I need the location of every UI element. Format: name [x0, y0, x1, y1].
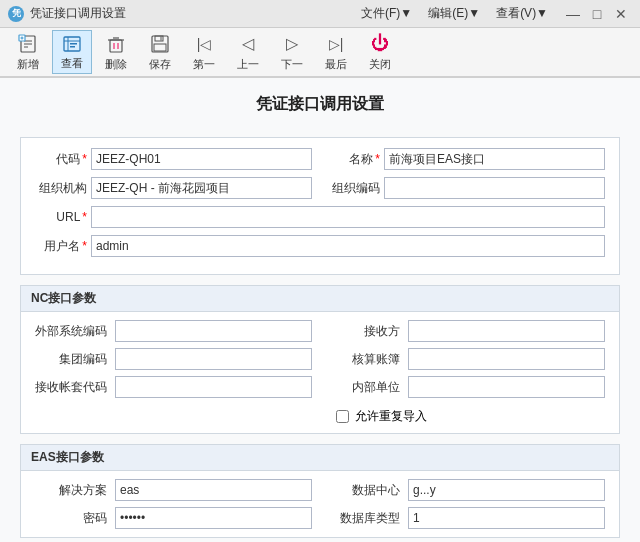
- internal-unit-label: 内部单位: [328, 379, 400, 396]
- nc-section-title: NC接口参数: [21, 286, 619, 312]
- ext-sys-code-label: 外部系统编码: [35, 323, 107, 340]
- view-icon: [61, 33, 83, 54]
- code-input[interactable]: [91, 148, 312, 170]
- first-icon: |◁: [193, 33, 215, 55]
- svg-rect-19: [154, 44, 166, 51]
- db-type-row: 数据库类型: [328, 507, 605, 529]
- window-controls: — □ ✕: [562, 3, 632, 25]
- username-input[interactable]: [91, 235, 605, 257]
- password-label: 密码: [35, 510, 107, 527]
- receiver-input[interactable]: [408, 320, 605, 342]
- eas-section: EAS接口参数 解决方案 数据中心 密码 数据库类型: [20, 444, 620, 538]
- next-icon: ▷: [281, 33, 303, 55]
- internal-unit-row: 内部单位: [328, 376, 605, 398]
- first-button[interactable]: |◁ 第一: [184, 30, 224, 74]
- recv-account-input[interactable]: [115, 376, 312, 398]
- eas-grid: 解决方案 数据中心 密码 数据库类型: [35, 479, 605, 529]
- url-label: URL: [35, 210, 87, 224]
- close-toolbar-icon: ⏻: [369, 33, 391, 55]
- org-row: 组织机构 组织编码: [35, 177, 605, 199]
- main-content: 凭证接口调用设置 代码 名称 组织机构 组织编码: [0, 78, 640, 542]
- first-label: 第一: [193, 57, 215, 72]
- budget-account-row: 核算账簿: [328, 348, 605, 370]
- save-icon: [149, 33, 171, 55]
- code-col: 代码: [35, 148, 312, 170]
- username-label: 用户名: [35, 238, 87, 255]
- password-input[interactable]: [115, 507, 312, 529]
- prev-icon: ◁: [237, 33, 259, 55]
- db-type-label: 数据库类型: [328, 510, 400, 527]
- url-input[interactable]: [91, 206, 605, 228]
- nc-section-body: 外部系统编码 接收方 集团编码 核算账簿: [21, 312, 619, 433]
- receiver-label: 接收方: [328, 323, 400, 340]
- next-button[interactable]: ▷ 下一: [272, 30, 312, 74]
- svg-rect-18: [155, 36, 163, 41]
- last-icon: ▷|: [325, 33, 347, 55]
- receiver-row: 接收方: [328, 320, 605, 342]
- name-col: 名称: [328, 148, 605, 170]
- nc-grid: 外部系统编码 接收方 集团编码 核算账簿: [35, 320, 605, 425]
- datacenter-row: 数据中心: [328, 479, 605, 501]
- password-row: 密码: [35, 507, 312, 529]
- datacenter-input[interactable]: [408, 479, 605, 501]
- org-col: 组织机构: [35, 177, 312, 199]
- view-button[interactable]: 查看: [52, 30, 92, 74]
- menu-edit[interactable]: 编辑(E)▼: [422, 3, 486, 24]
- db-type-input[interactable]: [408, 507, 605, 529]
- allow-reimport-row: 允许重复导入: [328, 408, 605, 425]
- allow-reimport-checkbox[interactable]: [336, 410, 349, 423]
- prev-button[interactable]: ◁ 上一: [228, 30, 268, 74]
- recv-account-label: 接收帐套代码: [35, 379, 107, 396]
- name-label: 名称: [328, 151, 380, 168]
- maximize-button[interactable]: □: [586, 3, 608, 25]
- last-label: 最后: [325, 57, 347, 72]
- next-label: 下一: [281, 57, 303, 72]
- window-title: 凭证接口调用设置: [30, 5, 355, 22]
- solution-row: 解决方案: [35, 479, 312, 501]
- close-toolbar-button[interactable]: ⏻ 关闭: [360, 30, 400, 74]
- toolbar: 新增 查看 删除: [0, 28, 640, 78]
- username-row: 用户名: [35, 235, 605, 257]
- recv-account-row: 接收帐套代码: [35, 376, 312, 398]
- group-code-input[interactable]: [115, 348, 312, 370]
- solution-input[interactable]: [115, 479, 312, 501]
- budget-account-input[interactable]: [408, 348, 605, 370]
- delete-icon: [105, 33, 127, 55]
- ext-sys-code-row: 外部系统编码: [35, 320, 312, 342]
- org-label: 组织机构: [35, 180, 87, 197]
- delete-label: 删除: [105, 57, 127, 72]
- minimize-button[interactable]: —: [562, 3, 584, 25]
- svg-rect-12: [110, 40, 122, 52]
- name-input[interactable]: [384, 148, 605, 170]
- org-code-input[interactable]: [384, 177, 605, 199]
- menu-bar: 文件(F)▼ 编辑(E)▼ 查看(V)▼: [355, 3, 554, 24]
- url-row: URL: [35, 206, 605, 228]
- allow-reimport-label: 允许重复导入: [355, 408, 427, 425]
- eas-section-title: EAS接口参数: [21, 445, 619, 471]
- prev-label: 上一: [237, 57, 259, 72]
- ext-sys-code-input[interactable]: [115, 320, 312, 342]
- org-code-label: 组织编码: [328, 180, 380, 197]
- save-label: 保存: [149, 57, 171, 72]
- last-button[interactable]: ▷| 最后: [316, 30, 356, 74]
- app-icon: 凭: [8, 6, 24, 22]
- menu-view[interactable]: 查看(V)▼: [490, 3, 554, 24]
- budget-account-label: 核算账簿: [328, 351, 400, 368]
- org-input[interactable]: [91, 177, 312, 199]
- new-label: 新增: [17, 57, 39, 72]
- svg-rect-11: [70, 46, 75, 48]
- save-button[interactable]: 保存: [140, 30, 180, 74]
- page-title: 凭证接口调用设置: [20, 88, 620, 121]
- code-label: 代码: [35, 151, 87, 168]
- view-label: 查看: [61, 56, 83, 71]
- code-name-row: 代码 名称: [35, 148, 605, 170]
- group-code-row: 集团编码: [35, 348, 312, 370]
- new-button[interactable]: 新增: [8, 30, 48, 74]
- internal-unit-input[interactable]: [408, 376, 605, 398]
- svg-rect-10: [70, 43, 77, 45]
- close-button[interactable]: ✕: [610, 3, 632, 25]
- menu-file[interactable]: 文件(F)▼: [355, 3, 418, 24]
- group-code-label: 集团编码: [35, 351, 107, 368]
- top-form-section: 代码 名称 组织机构 组织编码 URL 用户名: [20, 137, 620, 275]
- delete-button[interactable]: 删除: [96, 30, 136, 74]
